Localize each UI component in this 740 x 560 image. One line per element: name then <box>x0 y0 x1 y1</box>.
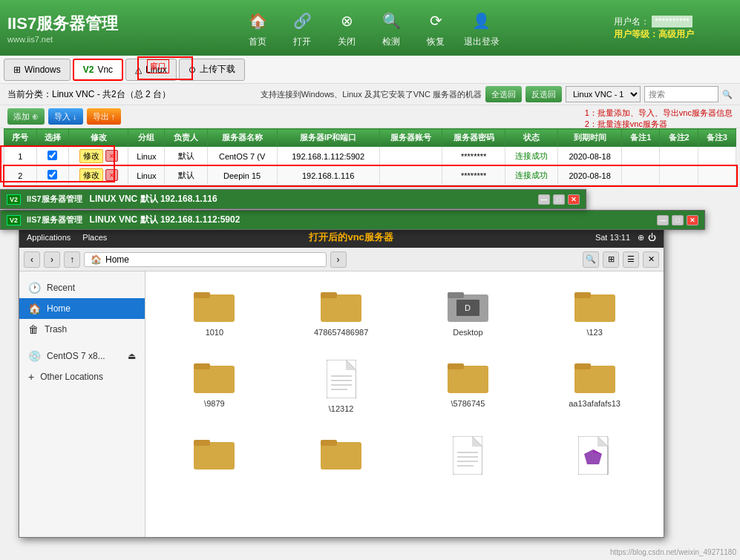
fm-network-icon: ⊕ <box>638 233 644 243</box>
cell-owner: 默认 <box>165 147 207 166</box>
file-item[interactable]: \123 <box>537 283 652 343</box>
fm-centos-label: CentOS 7 x8... <box>47 351 105 361</box>
tab-upload[interactable]: ⊙ 上传下载 <box>179 59 245 81</box>
file-item[interactable]: \9879 <box>157 354 272 419</box>
file-item[interactable] <box>157 430 272 487</box>
vnc-minimize-1[interactable]: — <box>538 194 550 205</box>
logo-sub: www.iis7.net <box>7 35 53 44</box>
fm-search-toggle[interactable]: 🔍 <box>583 251 599 268</box>
file-label: aa13afafafs13 <box>569 399 621 408</box>
fm-sidebar: 🕐 Recent 🏠 Home 🗑 Trash 💿 CentOS 7 x8...… <box>19 271 145 537</box>
vnc-title-1: LINUX VNC 默认 192.168.1.116 <box>90 193 217 205</box>
file-item[interactable]: 1010 <box>157 283 272 343</box>
action-bar: 添加 ⊕ 导入 ↓ 导出 ↑ 1：批量添加、导入、导出vnc服务器信息 2：批量… <box>0 105 740 128</box>
file-item[interactable] <box>537 430 652 487</box>
logo-text: IIS7服务器管理 <box>7 13 118 35</box>
nav-close[interactable]: ⊗ 关闭 <box>330 8 364 48</box>
fm-path-text: Home <box>105 254 129 265</box>
cell-name: Deepin 15 <box>207 166 277 185</box>
fm-list-view[interactable]: ☰ <box>623 251 639 268</box>
delete-btn[interactable]: × <box>105 169 117 181</box>
col-note2: 备注2 <box>660 129 698 147</box>
svg-rect-8 <box>574 294 615 322</box>
home-folder-icon: 🏠 <box>28 303 41 314</box>
support-text: 支持连接到Windows、Linux 及其它安装了VNC 服务器的机器 <box>261 89 482 100</box>
cell-status: 连接成功 <box>505 147 558 166</box>
fm-sidebar-home[interactable]: 🏠 Home <box>19 298 145 319</box>
delete-btn[interactable]: × <box>105 150 117 162</box>
import-btn[interactable]: 导入 ↓ <box>48 108 83 125</box>
file-item[interactable]: \5786745 <box>410 354 526 419</box>
fm-sidebar-trash[interactable]: 🗑 Trash <box>19 319 145 340</box>
cell-note2 <box>660 147 698 166</box>
note1: 1：批量添加、导入、导出vnc服务器信息 <box>585 108 733 119</box>
cell-account <box>379 166 442 185</box>
file-icon <box>194 436 235 472</box>
vnc-minimize-2[interactable]: — <box>657 215 669 225</box>
fm-close-view[interactable]: ✕ <box>643 251 659 268</box>
nav-logout[interactable]: 👤 退出登录 <box>464 8 500 48</box>
modify-btn[interactable]: 修改 <box>79 168 103 182</box>
file-item[interactable]: 478657486987 <box>284 283 399 343</box>
svg-rect-23 <box>194 440 210 446</box>
vnc-close-2[interactable]: ✕ <box>687 215 698 225</box>
vnc-window-2[interactable]: V2 IIS7服务器管理 LINUX VNC 默认 192.168.1.112:… <box>0 210 705 230</box>
file-item[interactable]: \12312 <box>284 354 399 419</box>
filter-select[interactable]: Linux VNC - 1 <box>566 86 641 102</box>
fm-path-right-btn[interactable]: › <box>330 251 347 268</box>
cell-check[interactable] <box>36 166 69 185</box>
export-btn[interactable]: 导出 ↑ <box>87 108 122 125</box>
fm-os-apps[interactable]: Applications <box>27 233 71 242</box>
tab-windows[interactable]: ⊞ Windows <box>4 59 71 81</box>
search-icon: 🔍 <box>722 90 733 99</box>
cell-ip: 192.168.1.112:5902 <box>277 147 379 166</box>
file-item[interactable]: aa13afafafs13 <box>537 354 652 419</box>
file-item[interactable]: D Desktop <box>410 283 526 343</box>
cell-modify[interactable]: 修改 × <box>69 166 128 185</box>
select-all-btn[interactable]: 全选回 <box>485 86 522 102</box>
file-label: \12312 <box>329 404 354 413</box>
user-label: 用户名： ********** <box>614 16 692 28</box>
nav-restore[interactable]: ⟳ 恢复 <box>419 8 453 48</box>
cell-id: 2 <box>4 166 37 185</box>
vnc-maximize-2[interactable]: □ <box>672 215 684 225</box>
nav-logout-label: 退出登录 <box>464 36 500 48</box>
vnc-close-1[interactable]: ✕ <box>568 194 580 205</box>
svg-rect-10 <box>194 366 235 393</box>
search-input[interactable] <box>644 86 718 102</box>
vnc-icon: V2 <box>83 65 94 75</box>
fm-grid-view[interactable]: ⊞ <box>603 251 619 268</box>
file-label: 1010 <box>206 328 223 337</box>
cell-group: Linux <box>128 147 165 166</box>
cell-modify[interactable]: 修改 × <box>69 147 128 166</box>
tab-vnc[interactable]: V2 Vnc <box>73 59 123 81</box>
fm-other-label: Other Locations <box>40 372 103 382</box>
fm-back-btn[interactable]: ‹ <box>24 251 40 268</box>
notes: 1：批量添加、导入、导出vnc服务器信息 2：批量连接vnc服务器 <box>585 108 733 130</box>
fm-sidebar-centos[interactable]: 💿 CentOS 7 x8... ⏏ <box>19 346 145 366</box>
linux-icon: △ <box>135 65 142 75</box>
invert-btn[interactable]: 反选回 <box>525 86 562 102</box>
note2: 2：批量连接vnc服务器 <box>585 119 733 130</box>
add-btn[interactable]: 添加 ⊕ <box>7 108 45 125</box>
fm-os-places[interactable]: Places <box>82 233 107 242</box>
fm-sidebar-recent[interactable]: 🕐 Recent <box>19 277 145 298</box>
fm-forward-btn[interactable]: › <box>44 251 60 268</box>
cell-password: ******** <box>442 166 505 185</box>
svg-rect-25 <box>321 440 337 446</box>
cell-note1 <box>622 166 660 185</box>
nav-open[interactable]: 🔗 打开 <box>286 8 319 48</box>
col-note3: 备注3 <box>698 129 736 147</box>
fm-sidebar-other[interactable]: + Other Locations <box>19 366 145 387</box>
modify-btn[interactable]: 修改 <box>79 149 103 163</box>
nav-home[interactable]: 🏠 首页 <box>241 8 275 48</box>
file-item[interactable] <box>410 430 526 487</box>
vnc-window-1[interactable]: V2 IIS7服务器管理 LINUX VNC 默认 192.168.1.116 … <box>0 189 586 209</box>
fm-up-btn[interactable]: ↑ <box>64 251 80 268</box>
nav-detect[interactable]: 🔍 检测 <box>375 8 408 48</box>
cell-check[interactable] <box>36 147 69 166</box>
table-row: 2 修改 × Linux 默认 Deepin 15 192.168.1.116 … <box>4 166 736 185</box>
upload-icon: ⊙ <box>189 65 196 75</box>
vnc-maximize-1[interactable]: □ <box>553 194 565 205</box>
file-item[interactable] <box>284 430 399 487</box>
